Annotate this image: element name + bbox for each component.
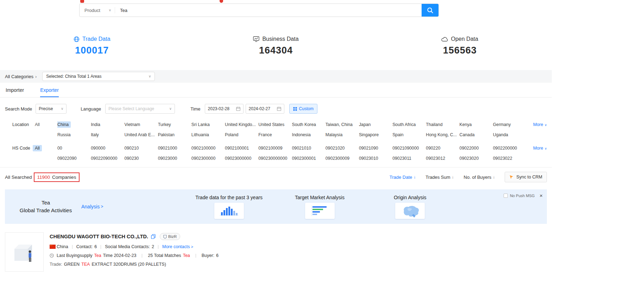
location-option[interactable]: Thailand — [426, 121, 459, 128]
hscode-option[interactable]: 09021020 — [326, 145, 359, 151]
hscode-option[interactable]: 090220 — [426, 145, 459, 151]
no-push-checkbox[interactable] — [504, 194, 508, 198]
location-more-link[interactable]: More ∨ — [526, 121, 547, 128]
target-market-card[interactable]: Target Market Analysis — [295, 195, 345, 219]
location-option[interactable]: Malaysia — [326, 132, 359, 138]
contact-value: 6 — [94, 244, 97, 249]
location-option[interactable]: Germany — [493, 121, 526, 128]
hscode-option[interactable]: 09021090000 — [392, 145, 426, 151]
close-icon[interactable]: × — [539, 193, 543, 198]
sort-down-icon: ↓ — [452, 175, 454, 180]
location-option[interactable]: Italy — [91, 132, 124, 138]
date-to-input[interactable]: 2024-02-27 — [246, 104, 284, 114]
hscode-option[interactable]: 09023000000 — [225, 155, 258, 162]
hscode-option[interactable]: 0902200000 — [493, 145, 526, 151]
sort-trades-sum[interactable]: Trades Sum ↓ — [425, 175, 454, 180]
location-option[interactable]: Taiwan, China — [326, 121, 359, 128]
product-category-select[interactable]: Product ∨ — [80, 4, 115, 17]
results-actions: Trade Date ↓ Trades Sum ↓ No. of Buyers … — [390, 172, 547, 182]
tab-exporter[interactable]: Exporter — [40, 83, 59, 97]
bizr-badge[interactable]: BizR — [160, 233, 180, 240]
location-option[interactable]: India — [91, 121, 124, 128]
custom-date-button[interactable]: Custom — [289, 104, 317, 114]
trade-label: Trade: — [50, 262, 62, 267]
hscode-option[interactable]: 09021000 — [158, 145, 191, 151]
hscode-option[interactable]: 090230000000 — [258, 155, 292, 162]
hscode-more-link[interactable]: More ∨ — [526, 145, 547, 151]
location-all-option[interactable]: All — [35, 121, 57, 128]
hscode-option[interactable]: 00 — [57, 145, 91, 151]
hscode-option[interactable]: 09023020 — [460, 155, 493, 162]
hscode-option[interactable]: 09023010 — [359, 155, 392, 162]
location-option[interactable]: Kenya — [460, 121, 493, 128]
hscode-option[interactable]: 0902300000 — [191, 155, 225, 162]
location-option[interactable]: Poland — [225, 132, 258, 138]
location-option[interactable]: United Arab E... — [124, 132, 158, 138]
hscode-option[interactable]: 0902100000 — [191, 145, 225, 151]
hscode-option[interactable]: 0902300009 — [326, 155, 359, 162]
hscode-option[interactable]: 09023011 — [392, 155, 426, 162]
all-categories-link[interactable]: All Categories › — [5, 74, 37, 79]
hscode-option[interactable]: 0902300001 — [292, 155, 326, 162]
sort-trade-date[interactable]: Trade Date ↓ — [390, 175, 416, 180]
hscode-option[interactable]: 09021010 — [292, 145, 326, 151]
stat-label: Business Data — [262, 36, 298, 42]
hscode-option[interactable]: 090210 — [124, 145, 158, 151]
location-option[interactable]: Hong Kong, C... — [426, 132, 459, 138]
location-option[interactable]: South Korea — [292, 121, 326, 128]
copy-icon[interactable] — [151, 234, 156, 239]
location-option[interactable]: Uganda — [493, 132, 526, 138]
more-contacts-link[interactable]: More contacts > — [162, 244, 193, 249]
location-option-selected[interactable]: China — [57, 121, 91, 128]
location-option[interactable]: Sri Lanka — [191, 121, 225, 128]
hscode-option[interactable]: 0902100009 — [258, 145, 292, 151]
location-option[interactable]: Indonesia — [292, 132, 326, 138]
location-option[interactable]: Canada — [460, 132, 493, 138]
location-option[interactable]: United States — [258, 121, 292, 128]
location-option[interactable]: Pakistan — [158, 132, 191, 138]
location-option[interactable]: Japan — [359, 121, 392, 128]
analysis-link[interactable]: Analysis > — [81, 204, 103, 209]
trade-data-3years-card[interactable]: Trade data for the past 3 years — [195, 195, 263, 219]
search-button[interactable] — [422, 4, 438, 17]
stat-business-data[interactable]: Business Data 164304 — [184, 36, 368, 56]
stat-trade-data[interactable]: Trade Data 100017 — [0, 36, 184, 56]
location-option[interactable]: Spain — [392, 132, 426, 138]
search-mode-select[interactable]: Precise ∨ — [36, 104, 67, 114]
sync-to-crm-button[interactable]: Sync to CRM — [505, 172, 547, 182]
company-image[interactable] — [5, 232, 44, 272]
hscode-option[interactable]: 09021090 — [359, 145, 392, 151]
location-option[interactable]: France — [258, 132, 292, 138]
origin-analysis-card[interactable]: Origin Analysis — [394, 195, 427, 219]
location-option[interactable]: Singapore — [359, 132, 392, 138]
sort-no-of-buyers[interactable]: No. of Buyers ↓ — [464, 175, 495, 180]
location-option[interactable]: Turkey — [158, 121, 191, 128]
location-option[interactable]: Russia — [57, 132, 91, 138]
tab-importer[interactable]: Importer — [6, 83, 24, 97]
location-option[interactable]: United Kingdo... — [225, 121, 258, 128]
hscode-option[interactable]: 09022000 — [460, 145, 493, 151]
search-input[interactable] — [115, 4, 422, 17]
date-from-input[interactable]: 2023-02-28 — [205, 104, 244, 114]
hscode-option[interactable]: 090000 — [91, 145, 124, 151]
language-select[interactable]: Please Select Language ∨ — [105, 104, 175, 114]
hscode-option[interactable]: 0902100001 — [225, 145, 258, 151]
hscode-option[interactable]: 090230 — [124, 155, 158, 162]
company-name[interactable]: CHENGDU WAGOTT BIO-TECH CO.,LTD. — [50, 234, 148, 239]
trade-keyword: TEA — [81, 262, 90, 267]
time-label: Time — [190, 106, 200, 112]
location-option[interactable]: Lithuania — [191, 132, 225, 138]
custom-grid-icon — [293, 107, 297, 111]
hscode-option[interactable]: 09023000 — [158, 155, 191, 162]
chevron-down-icon: ∨ — [544, 146, 547, 151]
hscode-option[interactable]: 09023022 — [493, 155, 526, 162]
location-option[interactable]: Vietnam — [124, 121, 158, 128]
hscode-option[interactable]: 09023012 — [426, 155, 459, 162]
selected-areas-select[interactable]: Selected: China Total 1 Areas ∨ — [42, 72, 155, 81]
stat-open-data[interactable]: Open Data 156563 — [368, 36, 552, 56]
hscode-option[interactable]: 09022090000 — [91, 155, 124, 162]
location-option[interactable]: South Africa — [392, 121, 426, 128]
hscode-all-option[interactable]: All — [35, 145, 57, 151]
activity-time: Time 2024-02-23 — [103, 253, 137, 258]
hscode-option[interactable]: 09022090 — [57, 155, 91, 162]
